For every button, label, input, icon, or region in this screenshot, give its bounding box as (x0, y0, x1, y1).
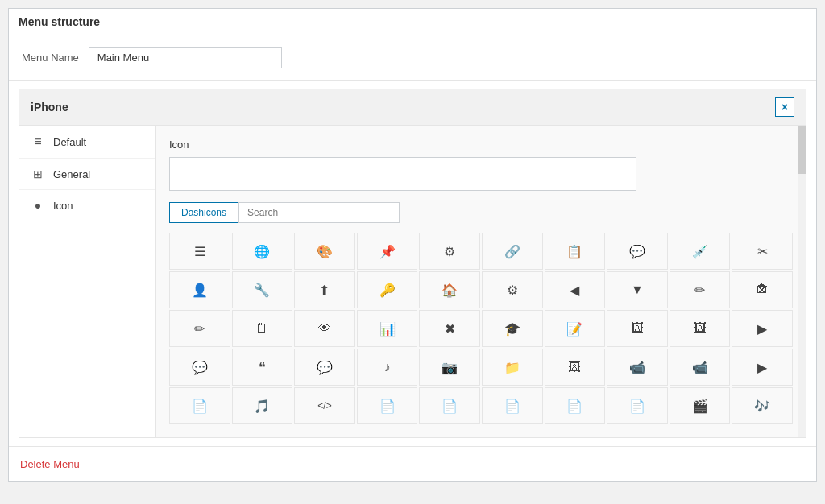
icon-tabs: Dashicons (169, 202, 793, 223)
icon-cell[interactable]: ♪ (357, 349, 418, 386)
icon-cell[interactable]: ✏ (670, 271, 731, 308)
icon-cell[interactable]: 🏠 (419, 271, 480, 308)
hamburger-icon: ≡ (31, 134, 45, 149)
icon-cell[interactable]: 🖼 (607, 310, 668, 347)
icon-cell[interactable]: 📄 (419, 387, 480, 424)
icon-cell[interactable]: 🖼 (670, 310, 731, 347)
icon-cell[interactable]: 📷 (419, 349, 480, 386)
icon-cell[interactable]: ❝ (232, 349, 293, 386)
icon-cell[interactable]: 🎓 (482, 310, 543, 347)
icon-cell[interactable]: 📹 (607, 349, 668, 386)
icon-cell[interactable]: 📁 (482, 349, 543, 386)
icon-cell[interactable]: 💬 (607, 233, 668, 270)
icon-cell[interactable]: 🎶 (732, 387, 793, 424)
icon-preview-box (169, 157, 636, 191)
grid-icon: ⊞ (31, 167, 45, 180)
icon-cell[interactable]: 🏚 (732, 271, 793, 308)
icon-panel: Icon Dashicons ☰ 🌐 🎨 📌 ⚙ 🔗 📋 💬 💉 (156, 126, 806, 437)
icon-cell[interactable]: 📊 (357, 310, 418, 347)
search-input[interactable] (238, 202, 400, 223)
sidebar-item-icon[interactable]: ● Icon (19, 190, 155, 221)
icon-cell[interactable]: 🎨 (294, 233, 355, 270)
sidebar-item-default[interactable]: ≡ Default (19, 126, 155, 159)
icon-cell[interactable]: 🎵 (232, 387, 293, 424)
icon-cell[interactable]: 📄 (545, 387, 606, 424)
circle-icon: ● (31, 199, 45, 212)
icon-cell[interactable]: 📌 (357, 233, 418, 270)
icon-cell[interactable]: 🔧 (232, 271, 293, 308)
icon-cell[interactable]: 🔑 (357, 271, 418, 308)
icon-cell[interactable]: 📄 (482, 387, 543, 424)
delete-menu-link[interactable]: Delete Menu (9, 450, 91, 478)
icon-cell[interactable]: 💬 (294, 349, 355, 386)
icon-cell[interactable]: ✏ (169, 310, 230, 347)
icon-cell[interactable]: ◀ (545, 271, 606, 308)
scrollbar-thumb[interactable] (798, 126, 806, 174)
page-title: Menu structure (9, 9, 816, 35)
icon-grid: ☰ 🌐 🎨 📌 ⚙ 🔗 📋 💬 💉 ✂ 👤 🔧 ⬆ 🔑 🏠 (169, 233, 793, 424)
icon-cell[interactable]: 🌐 (232, 233, 293, 270)
icon-cell[interactable]: ✖ (419, 310, 480, 347)
icon-cell[interactable]: 🖼 (545, 349, 606, 386)
icon-cell[interactable]: 📝 (545, 310, 606, 347)
icon-cell[interactable]: 👁 (294, 310, 355, 347)
scrollbar-track[interactable] (798, 126, 806, 437)
icon-cell[interactable]: 📋 (545, 233, 606, 270)
menu-name-input[interactable] (89, 47, 282, 68)
tab-dashicons[interactable]: Dashicons (169, 202, 238, 223)
icon-cell[interactable]: 👤 (169, 271, 230, 308)
icon-cell[interactable]: ⚙ (419, 233, 480, 270)
icon-cell[interactable]: 🔗 (482, 233, 543, 270)
icon-cell[interactable]: ⬆ (294, 271, 355, 308)
icon-section-label: Icon (169, 138, 793, 151)
icon-cell[interactable]: 💉 (670, 233, 731, 270)
icon-cell[interactable]: 🗒 (232, 310, 293, 347)
sidebar: ≡ Default ⊞ General ● Icon (19, 126, 156, 437)
icon-cell[interactable]: </> (294, 387, 355, 424)
icon-cell[interactable]: ⚙ (482, 271, 543, 308)
menu-name-label: Menu Name (22, 52, 79, 64)
icon-cell[interactable]: ☰ (169, 233, 230, 270)
icon-cell[interactable]: 📄 (607, 387, 668, 424)
icon-cell[interactable]: ▶ (732, 349, 793, 386)
icon-cell[interactable]: 📹 (670, 349, 731, 386)
sidebar-item-general[interactable]: ⊞ General (19, 159, 155, 190)
icon-cell[interactable]: 📄 (169, 387, 230, 424)
sidebar-item-icon-label: Icon (53, 200, 73, 212)
device-title: iPhone (31, 101, 68, 114)
sidebar-item-default-label: Default (53, 136, 86, 148)
icon-cell[interactable]: ▼ (607, 271, 668, 308)
sidebar-item-general-label: General (53, 168, 90, 180)
icon-cell[interactable]: 💬 (169, 349, 230, 386)
device-close-button[interactable]: × (775, 97, 794, 117)
icon-cell[interactable]: ✂ (732, 233, 793, 270)
icon-cell[interactable]: 🎬 (670, 387, 731, 424)
icon-cell[interactable]: 📄 (357, 387, 418, 424)
icon-cell[interactable]: ▶ (732, 310, 793, 347)
